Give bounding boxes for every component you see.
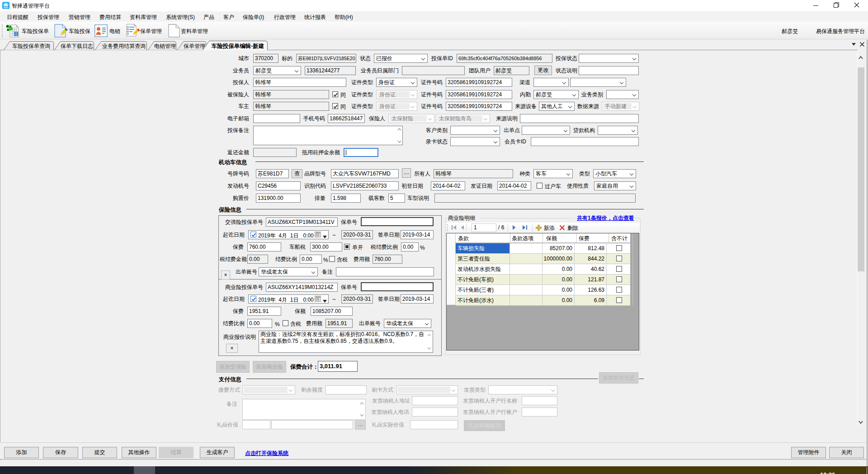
svg-text:保单管理: 保单管理 bbox=[184, 43, 205, 49]
svg-text:车险投保单编辑-新建: 车险投保单编辑-新建 bbox=[212, 43, 264, 49]
svg-text:业务费用结算查询: 业务费用结算查询 bbox=[102, 43, 146, 49]
svg-text:保单下载日志: 保单下载日志 bbox=[61, 43, 93, 49]
svg-text:电销管理: 电销管理 bbox=[154, 43, 176, 49]
svg-text:车险投保单查询: 车险投保单查询 bbox=[12, 43, 50, 49]
